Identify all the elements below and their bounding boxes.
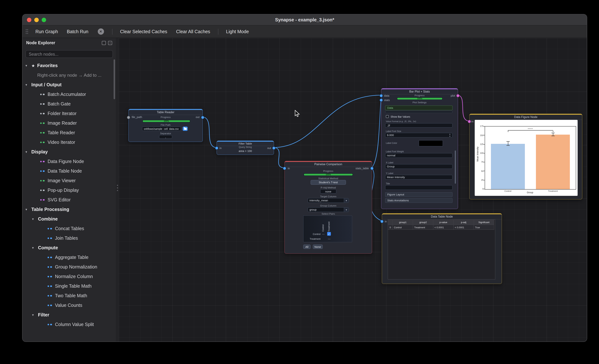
browse-folder-button[interactable] — [183, 127, 188, 131]
section-figure-layout[interactable]: Figure Layout — [385, 192, 453, 197]
node-bar-plot-stats[interactable]: Bar Plot + Stats data stats plot Progres… — [381, 88, 458, 209]
port-in[interactable] — [283, 166, 286, 170]
section-data[interactable]: Data — [385, 105, 453, 110]
x-label-input[interactable]: Group — [385, 164, 453, 169]
node-port-icon — [47, 305, 52, 306]
port-in[interactable] — [215, 146, 218, 149]
port-out[interactable] — [272, 146, 275, 149]
label-color-swatch[interactable] — [419, 140, 443, 147]
sidebar-item-table-reader[interactable]: Table Reader — [23, 128, 116, 138]
sidebar-item-data-table-node[interactable]: Data Table Node — [23, 166, 116, 176]
sidebar-category-favorites[interactable]: ▾★Favorites — [23, 61, 116, 70]
file-path-input[interactable]: orkflows/sample_cell_data.csv — [142, 127, 181, 131]
value-format-input[interactable]: .2f — [385, 123, 453, 128]
sidebar-item-folder-iterator[interactable]: Folder Iterator — [23, 109, 116, 118]
batch-run-button[interactable]: Batch Run — [63, 27, 92, 36]
titlebar[interactable]: Synapse - example_3.json* — [23, 14, 587, 26]
close-panel-icon[interactable]: × — [108, 41, 112, 45]
node-data-table[interactable]: Data Table Node in group1group2p-valuep-… — [382, 213, 502, 284]
sidebar-item-batch-accumulator[interactable]: Batch Accumulator — [23, 90, 116, 99]
sidebar-item-value-counts[interactable]: Value Counts — [23, 301, 116, 310]
label-font-weight-input[interactable]: normal — [385, 153, 453, 158]
sidebar-scrollbar[interactable] — [114, 59, 115, 99]
node-filter-table[interactable]: Filter Table in out Query String area > … — [217, 140, 274, 155]
separator-input[interactable]: , — [159, 135, 172, 139]
target-column-select[interactable]: intensity_mean ▼ — [308, 198, 349, 203]
caret-down-icon[interactable]: ▾ — [32, 217, 36, 221]
sidebar-category-compute[interactable]: ▾Compute — [23, 243, 116, 253]
sidebar-item-column-value-split[interactable]: Column Value Split — [23, 320, 116, 329]
minimize-window-button[interactable] — [34, 17, 39, 22]
sidebar-item-data-figure-node[interactable]: Data Figure Node — [23, 157, 116, 166]
sidebar-item-image-viewer[interactable]: Image Viewer — [23, 176, 116, 185]
clear-all-caches-button[interactable]: Clear All Caches — [172, 27, 214, 36]
sidebar-item-image-reader[interactable]: Image Reader — [23, 118, 116, 128]
port-stats-table[interactable] — [370, 166, 374, 170]
run-graph-button[interactable]: Run Graph — [31, 27, 62, 36]
float-panel-icon[interactable] — [102, 41, 106, 45]
port-data[interactable] — [379, 94, 383, 97]
title-input[interactable] — [385, 185, 453, 190]
sidebar-item-batch-gate[interactable]: Batch Gate — [23, 99, 116, 109]
clear-selected-caches-button[interactable]: Clear Selected Caches — [116, 27, 171, 36]
zoom-window-button[interactable] — [42, 17, 46, 22]
statistical-method-select[interactable]: Student's T-test — [311, 180, 346, 185]
caret-down-icon[interactable]: ▾ — [32, 246, 36, 250]
section-stats-annotations[interactable]: Stats Annotations — [385, 198, 453, 203]
sidebar-item-pop-up-display[interactable]: Pop-up Display — [23, 185, 116, 195]
sidebar-item-video-iterator[interactable]: Video Iterator — [23, 138, 116, 147]
sidebar-category-input-output[interactable]: ▾Input / Output — [23, 80, 116, 90]
table-row[interactable]: 0ControlTreatment< 0.0001< 0.0001True — [388, 225, 495, 230]
port-plot[interactable] — [456, 94, 459, 97]
node-data-figure[interactable]: Data Figure Node in 0255075100125150175C… — [469, 113, 582, 199]
p-adj-method-select[interactable]: none — [320, 189, 336, 194]
close-window-button[interactable] — [27, 17, 31, 22]
node-pairwise-comparison[interactable]: Pairwise Comparison in stats_table Progr… — [284, 161, 372, 254]
column-header: group2 — [413, 220, 433, 225]
sidebar-item-svg-editor[interactable]: SVG Editor — [23, 195, 116, 205]
search-input[interactable] — [26, 50, 113, 58]
port-in[interactable] — [468, 120, 471, 123]
sidebar-resize-handle[interactable] — [116, 38, 119, 342]
file-path-value: orkflows/sample_cell_data.csv — [144, 127, 179, 130]
caret-down-icon[interactable]: ▾ — [26, 83, 29, 87]
select-all-pairs-button[interactable]: All — [303, 244, 311, 249]
sidebar-item-concat-tables[interactable]: Concat Tables — [23, 224, 116, 234]
query-value[interactable]: area > 100 — [217, 150, 274, 153]
caret-down-icon[interactable]: ▾ — [26, 150, 29, 154]
sidebar-item-join-tables[interactable]: Join Tables — [23, 234, 116, 243]
sidebar-item-group-normalization[interactable]: Group Normalization — [23, 262, 116, 272]
y-label-input[interactable]: Mean Intensity — [385, 175, 453, 180]
sidebar-item-single-table-math[interactable]: Single Table Math — [23, 281, 116, 291]
mouse-cursor — [295, 110, 300, 117]
select-none-pairs-button[interactable]: None — [313, 244, 323, 249]
show-bar-values-checkbox[interactable] — [386, 115, 389, 118]
pair-checkbox-control-treatment[interactable]: ✓ — [327, 232, 331, 236]
toolbar-drag-handle-icon[interactable] — [26, 29, 28, 34]
port-file-path[interactable] — [127, 116, 130, 119]
caret-down-icon[interactable]: ▾ — [32, 313, 36, 317]
sidebar-category-display[interactable]: ▾Display — [23, 147, 116, 157]
node-canvas[interactable]: Table Reader file_path out Progress 100%… — [119, 38, 587, 342]
sidebar-category-filter[interactable]: ▾Filter — [23, 310, 116, 320]
sidebar-category-combine[interactable]: ▾Combine — [23, 214, 116, 224]
label-font-size-spinner[interactable]: 9.000 ▲▼ — [385, 133, 453, 138]
port-out[interactable] — [201, 116, 204, 119]
cancel-run-button[interactable]: × — [97, 28, 104, 35]
group-column-select[interactable]: group ▼ — [308, 207, 349, 212]
label: Join Tables — [55, 236, 78, 241]
sidebar-item-normalize-column[interactable]: Normalize Column — [23, 272, 116, 281]
caret-down-icon[interactable]: ▾ — [26, 64, 29, 68]
sidebar-item-two-table-math[interactable]: Two Table Math — [23, 291, 116, 301]
sidebar-category-table-processing[interactable]: ▾Table Processing — [23, 205, 116, 214]
node-table-reader[interactable]: Table Reader file_path out Progress 100%… — [128, 109, 203, 142]
port-stats[interactable] — [379, 98, 383, 102]
settings-scrollbar[interactable] — [455, 150, 456, 184]
caret-down-icon[interactable]: ▾ — [26, 208, 29, 211]
light-mode-button[interactable]: Light Mode — [222, 27, 253, 36]
sidebar-item-aggregate-table[interactable]: Aggregate Table — [23, 253, 116, 262]
spinner-arrows-icon[interactable]: ▲▼ — [449, 133, 451, 137]
port-in[interactable] — [380, 220, 384, 223]
node-title: Bar Plot + Stats — [381, 88, 458, 95]
pairs-matrix[interactable]: Control Treatment Control Treatment — ✓ … — [303, 215, 352, 242]
